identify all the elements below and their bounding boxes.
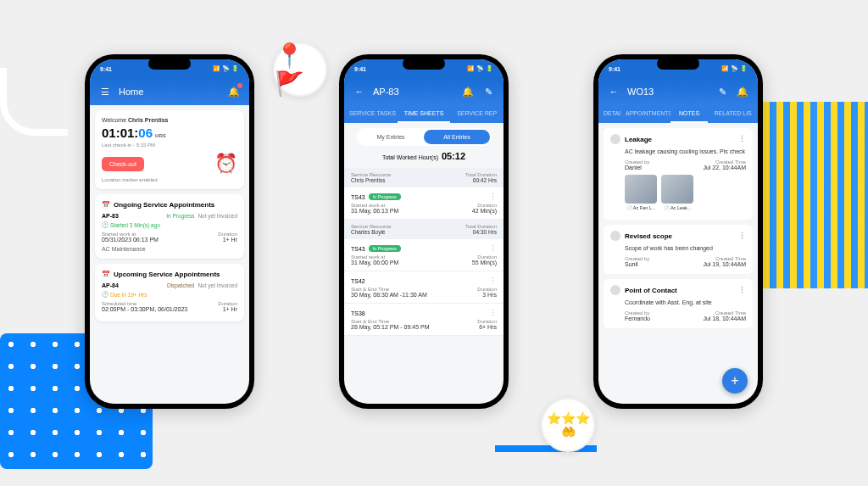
app-bar: ← AP-83 🔔 ✎ [344,78,504,105]
calendar-icon: 📅 [102,201,110,209]
note-card[interactable]: Leakage⋮AC leakage causing cooling issue… [604,128,753,220]
map-route-badge-icon: 📍🚩 [273,42,327,97]
more-icon[interactable]: ⋮ [738,135,746,143]
ts-id: TS43 [351,194,365,200]
clock-small-icon: 🕐 [102,291,108,298]
note-card[interactable]: Point of Contact⋮Coordinate with Asst. E… [604,279,753,328]
timesheet-entry[interactable]: TS43In Progress⋮Started work at31 May, 0… [344,239,504,271]
note-body: AC leakage causing cooling issues. Pls c… [625,148,746,155]
tab-bar: SERVICE TASKS TIME SHEETS SERVICE REP [344,105,504,123]
resource-header: Service ResourceChris PrentissTotal Dura… [344,168,504,187]
back-icon[interactable]: ← [353,85,366,98]
page-title: AP-83 [373,87,454,97]
resource-header: Service ResourceCharles BoyleTotal Durat… [344,220,504,239]
status-icons: 📶 📡 🔋 [467,65,493,72]
clock-icon: ⏰ [214,153,237,175]
timesheet-entry[interactable]: TS43In Progress⋮Started work at31 May, 0… [344,187,504,220]
status-tag: Dispatched [167,282,195,288]
tab-notes[interactable]: NOTES [670,105,709,123]
bell-icon[interactable]: 🔔 [461,85,475,98]
ts-id: TS43 [351,246,365,252]
total-worked: Total Worked Hour(s) 05:12 [344,151,504,161]
phone-notch [403,58,445,70]
tracker-status: Location tracker enabled [102,177,237,182]
status-icons: 📶 📡 🔋 [213,65,239,72]
status-time: 9:41 [609,66,620,72]
invoice-tag: Not yet Invoiced [198,213,237,219]
phone-notes: 9:41 📶 📡 🔋 ← WO13 ✎ 🔔 DETAILS APPOINTMEN… [593,54,763,409]
more-icon[interactable]: ⋮ [489,277,497,285]
more-icon[interactable]: ⋮ [489,244,497,253]
more-icon[interactable]: ⋮ [738,232,746,240]
more-icon[interactable]: ⋮ [489,193,497,201]
started-ago: 🕐Started 3 Min(s) ago [102,221,237,228]
bell-icon[interactable]: 🔔 [227,85,241,98]
appt-id: AP-83 [102,213,119,219]
service-name: AC Maintenance [102,246,237,252]
phone-timesheets: 9:41 📶 📡 🔋 ← AP-83 🔔 ✎ SERVICE TASKS TIM… [339,54,509,409]
more-icon[interactable]: ⋮ [738,286,746,294]
page-title: WO13 [627,87,709,97]
tab-service-rep[interactable]: SERVICE REP [450,105,504,123]
menu-icon[interactable]: ☰ [98,85,112,98]
status-time: 9:41 [100,66,112,72]
status-pill: In Progress [369,193,401,200]
avatar [610,134,620,144]
ongoing-title: 📅Ongoing Service Appointments [102,201,237,209]
tab-time-sheets[interactable]: TIME SHEETS [398,105,451,123]
calendar-icon: 📅 [102,271,110,278]
edit-icon[interactable]: ✎ [481,85,495,98]
status-tag: In Progress [166,213,194,219]
status-time: 9:41 [354,66,366,72]
due-in: 🕐Due in 19+ Hrs [102,291,237,298]
add-note-fab[interactable]: + [722,368,748,394]
invoice-tag: Not yet Invoiced [198,282,237,288]
toggle-all-entries[interactable]: All Entries [424,130,490,144]
attachment-thumb[interactable]: Ac Fan L... [625,175,657,204]
timesheet-entry[interactable]: TS42⋮Start & End Time30 May, 08:30 AM -1… [344,271,504,304]
tab-appointments[interactable]: APPOINTMENTS [620,105,670,123]
upcoming-appointments-card[interactable]: 📅Upcoming Service Appointments AP-84 Dis… [95,264,244,321]
app-bar: ← WO13 ✎ 🔔 [598,78,758,105]
welcome-text: Welcome Chris Prentiss [102,117,237,123]
tab-related[interactable]: RELATED LIS [708,105,758,123]
bg-deco-arc [0,68,68,136]
tab-bar: DETAILS APPOINTMENTS NOTES RELATED LIS [598,105,758,123]
entries-toggle: My Entries All Entries [356,128,492,146]
note-title: Leakage [625,136,652,143]
clock-small-icon: 🕐 [102,221,108,228]
bell-icon[interactable]: 🔔 [736,85,749,98]
phone-notch [657,58,699,70]
ts-id: TS42 [351,278,365,284]
phone-notch [148,58,191,70]
note-body: Coordinate with Asst. Eng. at site [625,299,746,306]
notes-list: Leakage⋮AC leakage causing cooling issue… [598,123,758,399]
edit-icon[interactable]: ✎ [715,85,729,98]
toggle-my-entries[interactable]: My Entries [358,130,424,144]
tab-details[interactable]: DETAILS [598,105,620,123]
attachment-label: Ac Fan L... [625,205,657,210]
ts-id: TS38 [351,310,365,316]
attachment-thumb[interactable]: Ac Leak... [661,175,693,204]
checkout-button[interactable]: Check-out [102,157,144,171]
appt-id: AP-84 [102,282,119,288]
note-body: Scope of work has been changed [625,244,746,252]
tab-service-tasks[interactable]: SERVICE TASKS [344,105,398,123]
rating-badge-icon: ⭐⭐⭐🤲 [541,398,595,452]
avatar [610,231,620,241]
timesheet-entry[interactable]: TS38⋮Start & End Time28 May, 05:12 PM - … [344,304,504,336]
note-title: Revised scope [625,232,672,240]
app-bar: ☰ Home 🔔 [90,78,249,105]
avatar [610,285,620,295]
last-checkin: Last check-in - 5:15 PM [102,142,237,148]
upcoming-title: 📅Upcoming Service Appointments [102,271,237,278]
note-card[interactable]: Revised scope⋮Scope of work has been cha… [604,225,753,274]
checkin-card: Welcome Chris Prentiss 01:01:06HRS Last … [95,110,244,189]
status-pill: In Progress [369,245,401,252]
back-icon[interactable]: ← [607,85,620,98]
ongoing-appointments-card[interactable]: 📅Ongoing Service Appointments AP-83 In P… [95,194,244,259]
more-icon[interactable]: ⋮ [489,309,497,317]
timesheet-list: Service ResourceChris PrentissTotal Dura… [344,168,504,336]
status-icons: 📶 📡 🔋 [721,65,748,72]
page-title: Home [119,87,220,97]
